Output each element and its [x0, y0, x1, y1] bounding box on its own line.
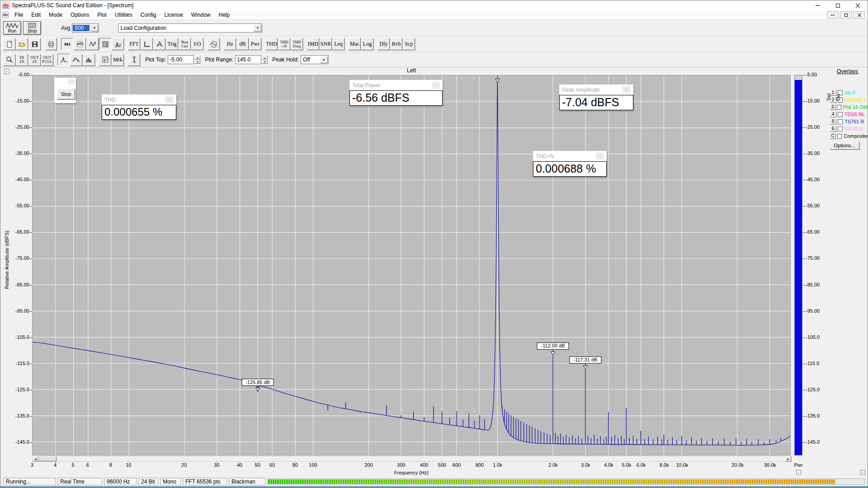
pwr-button[interactable]: Pwr: [249, 38, 261, 50]
plot-top-spinner[interactable]: ▲▼: [194, 56, 200, 64]
menu-item-license[interactable]: License: [160, 11, 187, 19]
display-options-button[interactable]: [99, 54, 111, 66]
trigger-button[interactable]: Trig: [166, 38, 178, 50]
total-power-meter-close-icon[interactable]: [432, 82, 440, 89]
plot-top-spin-up-icon[interactable]: ▲: [194, 56, 200, 60]
peak-hold-arrow-icon[interactable]: ▼: [320, 56, 328, 63]
menu-item-file[interactable]: File: [10, 11, 27, 19]
plot-range-spinner[interactable]: ▲▼: [262, 56, 268, 64]
leq-button[interactable]: Leq: [332, 38, 344, 50]
fft-button[interactable]: FFT: [128, 38, 140, 50]
scroll-right-arrow-icon[interactable]: ▶: [785, 456, 791, 461]
marker-button[interactable]: Mrk: [112, 54, 124, 66]
thd-freq-button[interactable]: THD Freq: [291, 38, 303, 50]
signal-generator-button[interactable]: [208, 38, 220, 50]
thd-n-button[interactable]: THD +N: [278, 38, 290, 50]
zoom-button[interactable]: [3, 54, 15, 66]
narrowband-button[interactable]: [57, 54, 70, 66]
avg-dropdown-arrow-icon[interactable]: ▼: [90, 24, 98, 32]
zoom-out-2x-button[interactable]: OUT 2X: [28, 54, 41, 66]
overlay-on-checkbox-C[interactable]: [837, 134, 842, 139]
overlay-set-button-3[interactable]: 3: [830, 104, 835, 110]
frequency-scrollbar[interactable]: ◀ ▶: [32, 456, 792, 462]
amplitude-range-button[interactable]: [128, 54, 140, 66]
plot-top-spin-down-icon[interactable]: ▼: [194, 60, 200, 64]
scope-button[interactable]: Scp: [403, 38, 415, 50]
mdi-close-button[interactable]: [853, 11, 865, 19]
scaling-button[interactable]: [141, 38, 153, 50]
plot-range-spin-down-icon[interactable]: ▼: [262, 60, 268, 64]
load-configuration-arrow-icon[interactable]: ▼: [254, 24, 261, 32]
overlay-set-button-C[interactable]: C: [830, 133, 836, 139]
overlay-set-button-6[interactable]: 6: [830, 126, 836, 132]
menu-item-help[interactable]: Help: [215, 11, 234, 19]
overlay-on-checkbox-5[interactable]: [838, 119, 843, 124]
phase-view-button[interactable]: [86, 38, 99, 50]
run-control-button[interactable]: Run Ctrl: [179, 38, 191, 50]
scrollbar-track[interactable]: [57, 456, 785, 461]
menu-item-window[interactable]: Window: [187, 11, 215, 19]
zoom-out-full-button[interactable]: OUT FULL: [41, 54, 53, 66]
scrollbar-thumb[interactable]: [38, 456, 57, 461]
time-series-button[interactable]: [61, 38, 73, 50]
surface-view-button[interactable]: [112, 38, 124, 50]
overlay-label: Composite: [844, 133, 868, 139]
spectrogram-view-button[interactable]: [99, 38, 111, 50]
overlay-set-button-5[interactable]: 5: [830, 118, 836, 125]
plot-top-input[interactable]: -5.00: [168, 55, 194, 64]
overlay-on-checkbox-4[interactable]: [838, 112, 843, 117]
close-button[interactable]: [848, 0, 868, 10]
total-power-meter-window: Total Power -6.56 dBFS: [349, 80, 443, 106]
run-button[interactable]: Run: [3, 21, 21, 35]
overlay-on-checkbox-3[interactable]: [837, 105, 841, 110]
zoom-in-2x-button[interactable]: IN 2X: [16, 54, 28, 66]
thd-button[interactable]: THD: [265, 38, 278, 50]
pwr-collapse-button[interactable]: -: [796, 470, 801, 475]
overlays-options-button[interactable]: Options...: [830, 141, 859, 150]
thdn-meter-close-icon[interactable]: [596, 153, 604, 160]
io-device-button[interactable]: I/O: [191, 38, 203, 50]
corner-collapse-button[interactable]: -: [860, 470, 865, 475]
menu-item-config[interactable]: Config: [137, 11, 160, 19]
calibration-button[interactable]: [153, 38, 165, 50]
overlay-set-button-4[interactable]: 4: [830, 111, 836, 117]
menu-item-mode[interactable]: Mode: [45, 11, 66, 19]
plot-range-input[interactable]: 145.0: [235, 55, 261, 64]
minimize-button[interactable]: [808, 0, 828, 10]
octave-button[interactable]: [70, 54, 82, 66]
delay-button[interactable]: Dly: [377, 38, 390, 50]
stop-button[interactable]: Stop: [23, 21, 41, 35]
save-button[interactable]: [28, 38, 41, 50]
load-configuration-combobox[interactable]: Load Configuration ▼: [118, 23, 262, 33]
macro-button[interactable]: Mac: [349, 38, 361, 50]
restore-button[interactable]: [828, 0, 848, 10]
logging-button[interactable]: Log: [361, 38, 373, 50]
mdi-restore-button[interactable]: [840, 11, 852, 19]
snr-button[interactable]: SNR: [320, 38, 332, 50]
menu-item-options[interactable]: Options: [66, 11, 93, 19]
spectrum-view-button[interactable]: [74, 38, 86, 50]
mdi-minimize-button[interactable]: [827, 11, 839, 19]
thd-meter-close-icon[interactable]: [165, 96, 174, 103]
imd-button[interactable]: IMD: [307, 38, 319, 50]
stop-window-button-icon[interactable]: [68, 79, 75, 84]
print-button[interactable]: [45, 38, 57, 50]
avg-combobox[interactable]: 500 ▼: [72, 23, 99, 33]
overlays-title: Overlays: [837, 68, 868, 75]
open-button[interactable]: [16, 38, 28, 50]
floating-stop-button[interactable]: Stop: [57, 89, 75, 99]
hz-button[interactable]: Hz: [224, 38, 236, 50]
reverb-button[interactable]: Rvb: [390, 38, 402, 50]
peak-amplitude-meter-close-icon[interactable]: [623, 86, 631, 93]
plot-range-spin-up-icon[interactable]: ▲: [262, 56, 268, 60]
overlay-on-checkbox-6[interactable]: [838, 127, 843, 131]
bar-display-button[interactable]: [83, 54, 95, 66]
spectrum-chart[interactable]: -112.00 dB-117.31 dB-125.85 dB: [32, 75, 791, 455]
menu-item-utilities[interactable]: Utilities: [111, 11, 137, 19]
menu-item-plot[interactable]: Plot: [93, 11, 111, 19]
scroll-left-arrow-icon[interactable]: ◀: [33, 456, 38, 461]
peak-hold-combobox[interactable]: Off ▼: [301, 55, 329, 64]
menu-item-edit[interactable]: Edit: [27, 11, 45, 19]
db-button[interactable]: dB: [236, 38, 249, 50]
new-button[interactable]: [3, 38, 15, 50]
